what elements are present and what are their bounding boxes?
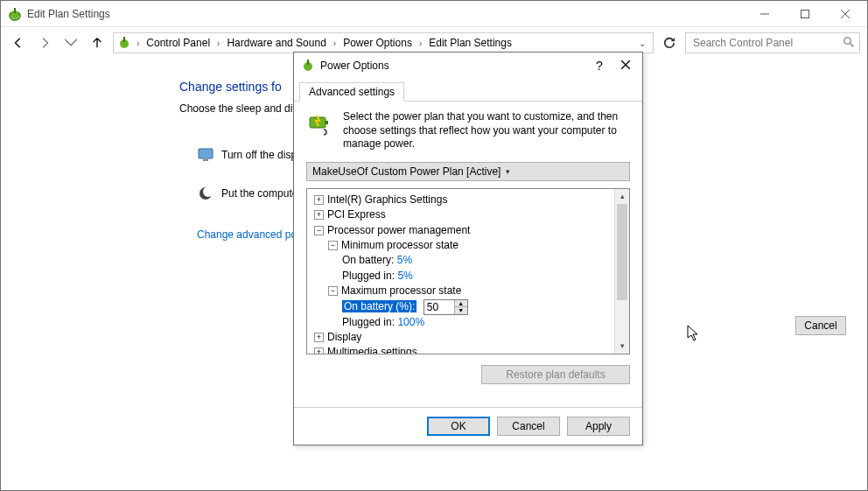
scroll-thumb[interactable] bbox=[617, 204, 627, 300]
chevron-right-icon[interactable]: › bbox=[332, 39, 338, 48]
cancel-button[interactable]: Cancel bbox=[795, 316, 846, 335]
tree-node-intel-graphics[interactable]: +Intel(R) Graphics Settings bbox=[309, 193, 612, 207]
search-box[interactable] bbox=[685, 32, 860, 53]
minimize-button[interactable] bbox=[745, 1, 785, 27]
dialog-close-button[interactable] bbox=[612, 60, 639, 72]
ok-button[interactable]: OK bbox=[427, 417, 490, 436]
tree-leaf-max-plugged[interactable]: Plugged in: 100% bbox=[309, 315, 612, 330]
spin-down-button[interactable]: ▼ bbox=[455, 307, 467, 314]
restore-row: Restore plan defaults bbox=[306, 365, 630, 384]
svg-rect-19 bbox=[326, 121, 328, 124]
power-plan-icon bbox=[301, 59, 315, 73]
page-buttons: Cancel bbox=[795, 316, 846, 335]
power-options-dialog: Power Options ? Advanced settings Select… bbox=[293, 52, 643, 445]
plan-selector-label: MakeUseOf Custom Power Plan [Active] bbox=[312, 165, 500, 178]
collapse-icon[interactable]: − bbox=[328, 286, 338, 296]
monitor-icon bbox=[197, 146, 214, 164]
dialog-intro: Select the power plan that you want to c… bbox=[306, 110, 630, 151]
svg-rect-3 bbox=[802, 10, 809, 18]
expand-icon[interactable]: + bbox=[314, 210, 324, 220]
tree-node-display[interactable]: +Display bbox=[309, 330, 612, 345]
breadcrumb-dropdown[interactable]: ⌄ bbox=[635, 39, 649, 48]
window-titlebar: Edit Plan Settings bbox=[1, 1, 867, 27]
value-input[interactable] bbox=[424, 300, 454, 314]
chevron-right-icon[interactable]: › bbox=[135, 39, 141, 48]
nav-forward-button[interactable] bbox=[34, 32, 55, 53]
breadcrumb-segment[interactable]: Edit Plan Settings bbox=[425, 37, 515, 49]
expand-icon[interactable]: + bbox=[314, 195, 324, 205]
tab-advanced-settings[interactable]: Advanced settings bbox=[299, 82, 404, 102]
tree-leaf-min-plugged[interactable]: Plugged in: 5% bbox=[309, 269, 612, 284]
close-button[interactable] bbox=[825, 1, 865, 27]
tree-node-processor-power[interactable]: −Processor power management bbox=[309, 223, 612, 238]
dialog-body: Select the power plan that you want to c… bbox=[294, 102, 642, 407]
settings-tree-container: +Intel(R) Graphics Settings +PCI Express… bbox=[306, 188, 630, 354]
tree-leaf-max-battery[interactable]: On battery (%): ▲ ▼ bbox=[309, 299, 612, 315]
restore-defaults-button[interactable]: Restore plan defaults bbox=[481, 365, 630, 384]
battery-plug-icon bbox=[306, 110, 334, 138]
svg-rect-1 bbox=[14, 8, 16, 13]
settings-tree[interactable]: +Intel(R) Graphics Settings +PCI Express… bbox=[307, 189, 614, 354]
power-plan-icon bbox=[117, 36, 131, 50]
chevron-down-icon: ▾ bbox=[506, 167, 510, 176]
dialog-footer: OK Cancel Apply bbox=[294, 407, 642, 445]
svg-rect-15 bbox=[307, 60, 309, 65]
scroll-up-button[interactable]: ▴ bbox=[615, 189, 629, 204]
collapse-icon[interactable]: − bbox=[328, 241, 338, 250]
nav-back-button[interactable] bbox=[8, 32, 29, 53]
selected-setting-label: On battery (%): bbox=[342, 300, 416, 312]
nav-history-dropdown[interactable] bbox=[60, 32, 81, 53]
scroll-down-button[interactable]: ▾ bbox=[615, 339, 629, 354]
window-title: Edit Plan Settings bbox=[27, 8, 745, 20]
expand-icon[interactable]: + bbox=[314, 347, 324, 353]
breadcrumb-segment[interactable]: Power Options bbox=[340, 37, 416, 49]
maximize-button[interactable] bbox=[785, 1, 825, 27]
svg-rect-7 bbox=[123, 37, 125, 42]
tree-leaf-min-battery[interactable]: On battery: 5% bbox=[309, 253, 612, 268]
nav-up-button[interactable] bbox=[87, 32, 108, 53]
dialog-titlebar: Power Options ? bbox=[294, 53, 642, 79]
breadcrumb-segment[interactable]: Control Panel bbox=[143, 37, 214, 49]
moon-icon bbox=[197, 185, 214, 202]
tree-node-pci-express[interactable]: +PCI Express bbox=[309, 207, 612, 222]
tree-scrollbar[interactable]: ▴ ▾ bbox=[614, 189, 629, 354]
tree-node-multimedia[interactable]: +Multimedia settings bbox=[309, 345, 612, 353]
apply-button[interactable]: Apply bbox=[567, 417, 630, 436]
svg-point-8 bbox=[844, 37, 851, 44]
plan-selector[interactable]: MakeUseOf Custom Power Plan [Active] ▾ bbox=[306, 162, 630, 181]
chevron-right-icon[interactable]: › bbox=[215, 39, 221, 48]
spinner-buttons: ▲ ▼ bbox=[454, 300, 467, 314]
window-buttons bbox=[745, 1, 865, 27]
value-spinner[interactable]: ▲ ▼ bbox=[424, 299, 468, 315]
breadcrumb-segment[interactable]: Hardware and Sound bbox=[223, 37, 329, 49]
breadcrumb-bar[interactable]: › Control Panel › Hardware and Sound › P… bbox=[113, 32, 654, 53]
svg-rect-10 bbox=[199, 149, 213, 158]
chevron-right-icon[interactable]: › bbox=[417, 39, 424, 48]
search-icon[interactable] bbox=[844, 37, 854, 50]
dialog-title: Power Options bbox=[320, 60, 586, 72]
tree-node-min-processor[interactable]: −Minimum processor state bbox=[309, 238, 612, 253]
svg-line-9 bbox=[850, 43, 854, 46]
search-input[interactable] bbox=[691, 36, 844, 50]
collapse-icon[interactable]: − bbox=[314, 226, 324, 235]
cancel-button[interactable]: Cancel bbox=[497, 417, 560, 436]
spin-up-button[interactable]: ▲ bbox=[455, 300, 467, 308]
dialog-intro-text: Select the power plan that you want to c… bbox=[343, 110, 630, 151]
svg-point-13 bbox=[203, 186, 214, 197]
tab-strip: Advanced settings bbox=[294, 81, 642, 102]
tree-node-max-processor[interactable]: −Maximum processor state bbox=[309, 284, 612, 298]
power-plan-icon bbox=[8, 7, 22, 21]
explorer-window: Edit Plan Settings › Control Panel › Har… bbox=[0, 0, 868, 491]
svg-rect-11 bbox=[203, 159, 208, 161]
expand-icon[interactable]: + bbox=[314, 333, 324, 342]
dialog-help-button[interactable]: ? bbox=[586, 59, 612, 73]
refresh-button[interactable] bbox=[659, 32, 680, 53]
